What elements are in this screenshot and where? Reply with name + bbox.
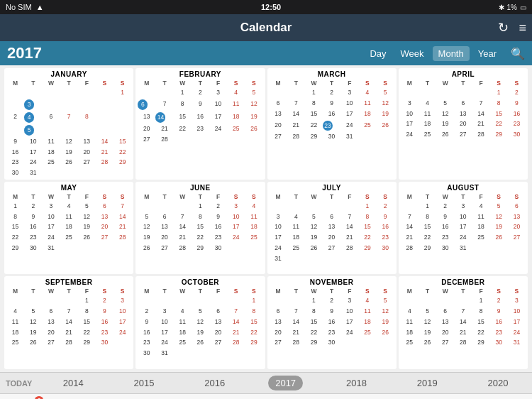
day-cell[interactable]: 8	[174, 98, 192, 111]
day-cell[interactable]: 6	[96, 201, 113, 212]
day-cell[interactable]: 28	[60, 337, 78, 348]
menu-icon[interactable]: ≡	[519, 21, 526, 35]
day-cell[interactable]: 16	[323, 317, 340, 327]
day-cell[interactable]: 26	[138, 243, 155, 253]
day-cell[interactable]: 1	[490, 87, 508, 98]
day-cell[interactable]: 1	[305, 87, 323, 98]
day-cell[interactable]: 7	[227, 306, 245, 317]
view-week-btn[interactable]: Week	[395, 46, 430, 61]
day-cell[interactable]: 13	[270, 317, 287, 327]
day-cell[interactable]: 16	[192, 111, 209, 124]
day-cell[interactable]: 15	[192, 222, 209, 232]
day-cell[interactable]: 24	[113, 327, 131, 338]
day-cell[interactable]: 21	[174, 232, 192, 243]
day-cell[interactable]: 6	[209, 306, 227, 317]
day-cell[interactable]: 8	[419, 212, 436, 222]
day-cell[interactable]: 18	[6, 327, 24, 338]
day-cell[interactable]: 11	[245, 212, 262, 222]
day-cell[interactable]: 10	[454, 212, 472, 222]
day-cell[interactable]: 8	[245, 306, 262, 317]
day-cell[interactable]: 15	[305, 109, 323, 119]
day-cell[interactable]: 11	[472, 212, 489, 222]
day-cell[interactable]: 21	[60, 327, 78, 338]
day-cell[interactable]: 15	[472, 317, 489, 327]
year-strip-item[interactable]: 2016	[197, 376, 232, 390]
day-cell[interactable]: 9	[490, 306, 508, 317]
day-cell[interactable]: 18	[472, 222, 489, 232]
day-cell[interactable]: 7	[287, 98, 305, 109]
day-cell[interactable]: 17	[155, 327, 173, 338]
day-cell[interactable]: 22	[78, 327, 96, 338]
day-cell[interactable]: 16	[490, 317, 508, 327]
year-strip-item[interactable]: 2017	[268, 376, 303, 390]
day-cell[interactable]: 5	[419, 306, 436, 317]
day-cell[interactable]: 10	[340, 98, 358, 109]
day-cell[interactable]: 19	[377, 109, 394, 119]
year-strip-item[interactable]: 2015	[127, 376, 162, 390]
day-cell[interactable]: 14	[401, 222, 419, 232]
day-cell[interactable]: 9	[24, 212, 42, 222]
day-cell[interactable]: 2	[24, 201, 42, 212]
day-cell[interactable]: 11	[287, 222, 305, 232]
day-cell[interactable]: 22	[358, 232, 376, 243]
day-cell[interactable]: 15	[174, 111, 192, 124]
day-cell[interactable]: 10	[24, 136, 42, 147]
view-month-btn[interactable]: Month	[433, 46, 470, 61]
day-cell[interactable]: 31	[508, 337, 526, 348]
day-cell[interactable]: 18	[419, 119, 436, 129]
day-cell[interactable]: 9	[436, 212, 454, 222]
day-cell[interactable]: 2	[377, 201, 394, 212]
day-cell[interactable]: 24	[340, 327, 358, 338]
day-cell[interactable]: 8	[78, 98, 96, 136]
day-cell[interactable]: 25	[401, 337, 419, 348]
day-cell[interactable]: 7	[174, 212, 192, 222]
day-cell[interactable]: 1	[305, 295, 323, 306]
day-cell[interactable]: 19	[490, 222, 508, 232]
day-cell[interactable]: 20	[323, 232, 340, 243]
day-cell[interactable]: 23	[508, 119, 526, 129]
day-cell[interactable]: 23	[96, 327, 113, 338]
day-cell[interactable]: 15	[6, 222, 24, 232]
day-cell[interactable]: 10	[42, 212, 60, 222]
day-cell[interactable]: 20	[96, 222, 113, 232]
day-cell[interactable]: 13	[270, 109, 287, 119]
day-cell[interactable]: 28	[113, 232, 131, 243]
day-cell[interactable]: 18	[401, 327, 419, 338]
day-cell[interactable]: 9	[323, 306, 340, 317]
day-cell[interactable]: 5	[24, 306, 42, 317]
day-cell[interactable]: 5	[436, 98, 454, 109]
day-cell[interactable]: 4	[358, 295, 376, 306]
day-cell[interactable]: 19	[192, 327, 209, 338]
day-cell[interactable]: 30	[508, 129, 526, 140]
day-cell[interactable]: 29	[6, 243, 24, 253]
day-cell[interactable]: 26	[419, 337, 436, 348]
day-cell[interactable]: 20	[454, 119, 472, 129]
day-cell[interactable]: 11	[227, 98, 245, 111]
view-day-btn[interactable]: Day	[364, 46, 392, 61]
day-cell[interactable]: 25	[60, 232, 78, 243]
day-cell[interactable]: 10	[508, 306, 526, 317]
day-cell[interactable]: 3	[227, 201, 245, 212]
day-cell[interactable]: 2	[323, 87, 340, 98]
day-cell[interactable]: 26	[78, 232, 96, 243]
day-cell[interactable]: 23	[138, 337, 155, 348]
day-cell[interactable]: 27	[42, 337, 60, 348]
day-cell[interactable]: 19	[377, 317, 394, 327]
day-cell[interactable]: 14	[472, 109, 489, 119]
day-cell[interactable]: 11	[6, 317, 24, 327]
day-cell[interactable]: 26	[60, 157, 78, 168]
day-cell[interactable]: 28	[287, 337, 305, 348]
day-cell[interactable]: 18	[60, 222, 78, 232]
day-cell[interactable]: 25	[227, 124, 245, 134]
day-cell[interactable]: 28	[401, 243, 419, 253]
day-cell[interactable]: 25	[174, 337, 192, 348]
day-cell[interactable]: 7	[287, 306, 305, 317]
day-cell[interactable]: 24	[209, 124, 227, 134]
day-cell[interactable]: 27	[454, 129, 472, 140]
day-cell[interactable]: 13	[209, 317, 227, 327]
day-cell[interactable]: 17	[454, 222, 472, 232]
day-cell[interactable]: 15	[490, 109, 508, 119]
day-cell[interactable]: 21	[227, 327, 245, 338]
day-cell[interactable]: 20	[209, 327, 227, 338]
day-cell[interactable]: 21	[401, 232, 419, 243]
